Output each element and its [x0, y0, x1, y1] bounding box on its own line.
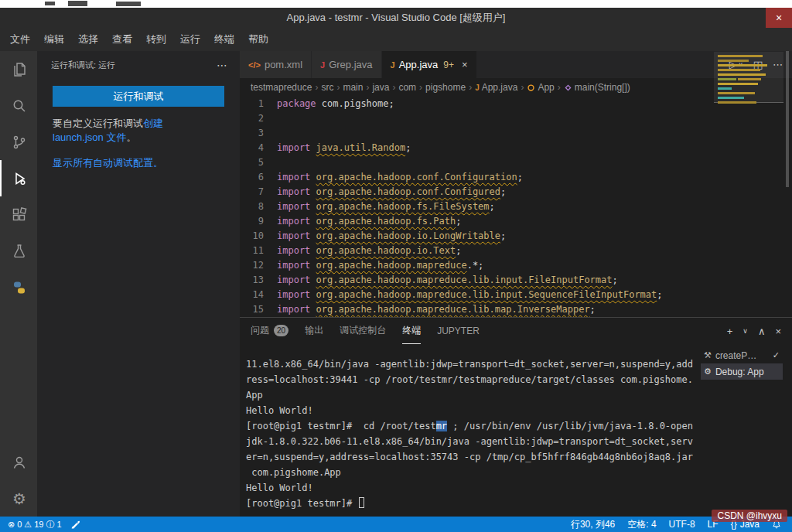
breadcrumb-item[interactable]: pigshome [425, 82, 466, 93]
breadcrumb-item[interactable]: testmapreduce [251, 82, 312, 93]
breadcrumb-separator-icon: › [336, 82, 340, 93]
breadcrumb-label: java [372, 82, 389, 93]
breadcrumb-item[interactable]: main(String[]) [564, 82, 630, 93]
explorer-icon[interactable] [0, 51, 37, 87]
search-icon[interactable] [0, 87, 37, 124]
terminal-list-item-0[interactable]: ⚒createP…✓ [701, 347, 783, 363]
minimap-line [738, 78, 761, 80]
terminal-line: App [246, 387, 699, 403]
code-token: import [277, 216, 310, 227]
terminal-list-item-1[interactable]: ⚙Debug: App [701, 363, 783, 380]
code-token [310, 245, 316, 256]
breadcrumb-item[interactable]: main [343, 82, 363, 93]
breadcrumb-separator-icon: › [418, 82, 423, 93]
menu-item-7[interactable]: 帮助 [241, 28, 275, 51]
code-token [310, 172, 316, 182]
terminal-line: Hello World! [246, 480, 699, 496]
terminal-text: er=n,suspend=y,address=localhost:35743 -… [246, 452, 693, 462]
run-and-debug-button[interactable]: 运行和调试 [53, 86, 224, 107]
menu-item-2[interactable]: 选择 [71, 28, 105, 51]
menu-item-0[interactable]: 文件 [3, 28, 37, 51]
panel-tab-label: 调试控制台 [340, 324, 386, 337]
code-token [310, 201, 316, 212]
code-token [310, 260, 316, 271]
minimap-line [718, 83, 758, 85]
status-item-0[interactable]: 行30, 列46 [571, 518, 615, 531]
hint-prefix: 要自定义运行和调试 [53, 118, 143, 129]
code-editor[interactable]: 1package com.pigshome;234import java.uti… [240, 97, 792, 317]
line-number: 4 [240, 141, 277, 155]
file-type-icon: </> [248, 60, 261, 70]
more-actions-icon[interactable]: ⋯ [217, 59, 227, 71]
breadcrumb-item[interactable]: App [527, 82, 554, 93]
breadcrumb-item[interactable]: src [321, 82, 333, 93]
source-control-icon[interactable] [0, 124, 37, 160]
terminal-text: com.pigshome.App [246, 467, 341, 478]
code-text: import org.apache.hadoop.mapreduce.lib.i… [277, 288, 663, 302]
menu-item-6[interactable]: 终端 [207, 28, 241, 51]
code-text: import org.apache.hadoop.fs.Path; [277, 214, 461, 229]
terminal-text: 11.el8.x86_64/bin/java -agentlib:jdwp=tr… [246, 359, 693, 370]
line-number: 2 [240, 111, 277, 126]
show-auto-debug-configs-link[interactable]: 显示所有自动调试配置。 [53, 156, 224, 170]
tab-app-java[interactable]: JApp.java9+× [382, 51, 477, 78]
account-icon[interactable] [0, 444, 37, 480]
code-line: 1package com.pigshome; [240, 97, 792, 111]
terminal-cursor [359, 497, 364, 508]
status-item-1[interactable]: 空格: 4 [627, 518, 656, 531]
close-panel-icon[interactable]: × [775, 326, 781, 337]
line-number: 12 [240, 258, 277, 273]
warning-count: 19 [34, 520, 43, 529]
rocket-icon[interactable] [67, 520, 84, 530]
code-token: ; [405, 142, 411, 153]
terminal-dropdown-icon[interactable]: ∨ [742, 327, 748, 335]
code-text: import org.apache.hadoop.io.Text; [277, 244, 461, 258]
code-token: com.pigshome; [316, 98, 394, 109]
panel-tab-2[interactable]: 调试控制台 [340, 318, 386, 344]
settings-gear-icon[interactable]: ⚙ [0, 480, 37, 517]
menu-item-4[interactable]: 转到 [139, 28, 173, 51]
menu-item-5[interactable]: 运行 [173, 28, 207, 51]
breadcrumb-item[interactable]: com [398, 82, 416, 93]
error-count: 0 [17, 520, 22, 529]
python-icon[interactable] [0, 269, 37, 305]
testing-beaker-icon[interactable] [0, 233, 37, 269]
bottom-panel: 问题20输出调试控制台终端JUPYTER + ∨ ∧ × 11.el8.x86_… [240, 317, 792, 517]
minimap-line [718, 55, 763, 57]
code-token: ; [657, 289, 662, 300]
line-number: 7 [240, 185, 277, 200]
code-token [310, 230, 316, 241]
terminal-text: [root@pig1 testmr]# cd /root/test [246, 421, 436, 431]
panel-tab-1[interactable]: 输出 [305, 318, 323, 344]
tab-pom-xml[interactable]: </>pom.xml [240, 51, 312, 78]
code-token: import [277, 142, 310, 153]
extensions-icon[interactable] [0, 196, 37, 233]
code-text: import java.util.Random; [277, 141, 411, 155]
editor-scrollbar[interactable] [786, 51, 789, 187]
window-close-button[interactable]: × [766, 8, 792, 28]
code-token [310, 289, 316, 300]
panel-tab-3[interactable]: 终端 [402, 318, 421, 344]
code-text: import org.apache.hadoop.conf.Configurat… [277, 170, 523, 185]
terminal-text: Hello World! [246, 405, 313, 416]
close-icon[interactable]: × [462, 59, 468, 70]
breadcrumb-item[interactable]: java [372, 82, 389, 93]
panel-tab-0[interactable]: 问题20 [251, 318, 288, 344]
menu-item-1[interactable]: 编辑 [37, 28, 71, 51]
terminal-output[interactable]: 11.el8.x86_64/bin/java -agentlib:jdwp=tr… [246, 356, 699, 511]
status-item-2[interactable]: UTF-8 [669, 519, 695, 530]
editor-tab-bar: </>pom.xmlJGrep.javaJApp.java9+× ▷∨ ◫ ⋯ [240, 51, 792, 78]
run-and-debug-icon[interactable] [0, 160, 37, 196]
breadcrumb-label: main(String[]) [575, 82, 630, 93]
problems-indicator[interactable]: ⊗0⚠19ⓘ1 [3, 519, 67, 530]
code-line: 5 [240, 155, 792, 170]
breadcrumb-separator-icon: › [391, 82, 396, 93]
maximize-panel-icon[interactable]: ∧ [758, 326, 766, 337]
panel-tab-4[interactable]: JUPYTER [437, 318, 480, 344]
code-token: org.apache.hadoop.io.LongWritable [316, 230, 500, 241]
menu-item-3[interactable]: 查看 [105, 28, 139, 51]
tab-grep-java[interactable]: JGrep.java [312, 51, 382, 78]
new-terminal-icon[interactable]: + [727, 326, 733, 337]
breadcrumb-item[interactable]: JApp.java [475, 82, 517, 93]
minimap[interactable] [718, 53, 780, 200]
